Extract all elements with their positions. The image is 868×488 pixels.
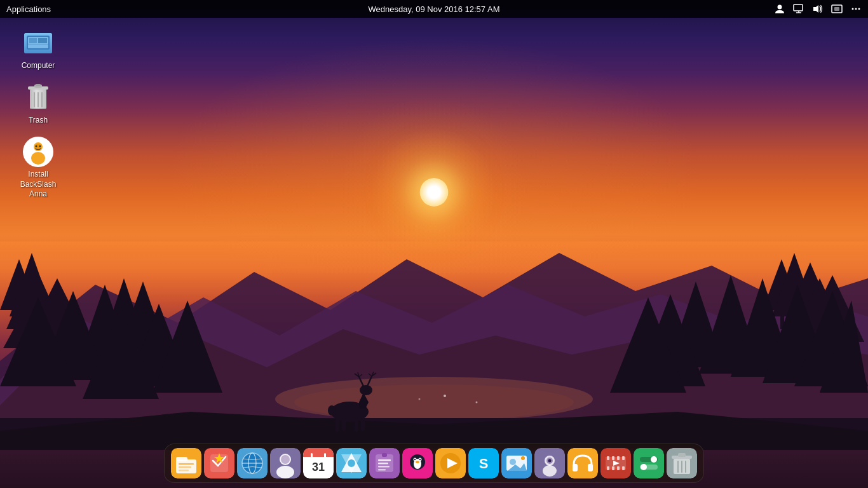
svg-point-89 [36, 146, 37, 147]
dock-notes[interactable] [369, 448, 400, 478]
dock-store[interactable] [402, 448, 433, 478]
svg-rect-160 [617, 456, 620, 460]
svg-rect-125 [378, 466, 390, 468]
svg-point-43 [360, 385, 372, 395]
svg-rect-123 [378, 459, 391, 461]
computer-label: Computer [22, 61, 55, 71]
svg-rect-159 [612, 456, 614, 460]
landscape [0, 183, 868, 450]
svg-rect-55 [361, 418, 365, 431]
svg-point-171 [641, 464, 647, 470]
computer-icon[interactable]: Computer [13, 25, 64, 74]
applications-menu[interactable]: Applications [6, 4, 51, 14]
dock-sketch[interactable] [336, 448, 367, 478]
install-icon-img [23, 137, 53, 167]
svg-rect-126 [378, 469, 386, 471]
svg-point-87 [31, 152, 45, 165]
dock-settings[interactable] [634, 448, 664, 478]
svg-rect-124 [378, 463, 388, 464]
dock-photos[interactable] [501, 448, 532, 478]
dock-facetime[interactable] [534, 448, 565, 478]
svg-rect-54 [355, 418, 358, 432]
svg-point-58 [476, 402, 478, 403]
svg-rect-94 [179, 463, 194, 465]
svg-rect-116 [324, 453, 326, 458]
svg-rect-52 [336, 418, 339, 432]
svg-text:31: 31 [312, 461, 325, 473]
desktop-icons: Computer [13, 25, 64, 202]
svg-point-150 [543, 465, 557, 477]
svg-point-134 [419, 459, 421, 460]
svg-rect-151 [567, 448, 598, 478]
svg-rect-61 [794, 4, 803, 11]
svg-point-90 [39, 146, 41, 147]
dock-contacts[interactable] [270, 448, 301, 478]
svg-rect-93 [176, 457, 187, 461]
panel-datetime: Wednesday, 09 Nov 2016 12:57 AM [369, 4, 500, 14]
install-icon[interactable]: Install BackSlash Anna [13, 134, 64, 202]
trash-label: Trash [29, 116, 48, 126]
svg-point-59 [419, 398, 421, 400]
dock-skype[interactable]: S [468, 448, 499, 478]
dock-headphones[interactable] [567, 448, 598, 478]
svg-marker-64 [813, 5, 818, 13]
trash-icon[interactable]: Trash [13, 80, 64, 128]
svg-rect-113 [303, 454, 334, 457]
svg-point-69 [858, 8, 860, 10]
dock-calendar[interactable]: 31 [303, 448, 334, 478]
volume-icon[interactable] [812, 3, 824, 15]
svg-rect-66 [834, 7, 839, 11]
dock-files[interactable] [171, 448, 201, 478]
svg-point-120 [348, 459, 355, 467]
svg-rect-115 [311, 453, 313, 458]
panel-right [774, 3, 862, 15]
svg-point-145 [521, 456, 525, 460]
svg-point-169 [651, 456, 657, 463]
dock-trash[interactable] [667, 448, 697, 478]
panel-left: Applications [6, 4, 51, 14]
svg-rect-95 [179, 466, 191, 468]
svg-point-56 [328, 405, 336, 416]
dock-browser[interactable] [237, 448, 268, 478]
top-panel: Applications Wednesday, 09 Nov 2016 12:5… [0, 0, 868, 18]
dock: 31 [164, 444, 704, 483]
svg-text:S: S [479, 456, 489, 471]
svg-point-110 [281, 455, 290, 464]
dock-media[interactable] [435, 448, 466, 478]
screen-icon[interactable] [831, 3, 843, 15]
user-icon[interactable] [774, 3, 785, 15]
svg-rect-163 [612, 466, 614, 470]
svg-rect-161 [622, 456, 625, 460]
install-label: Install BackSlash Anna [15, 170, 61, 200]
svg-rect-162 [607, 466, 609, 470]
trash-icon-img [23, 83, 53, 113]
svg-rect-75 [38, 38, 47, 43]
svg-rect-164 [617, 466, 620, 470]
svg-point-149 [548, 459, 552, 463]
svg-rect-167 [634, 448, 664, 478]
svg-point-133 [414, 459, 416, 460]
svg-rect-127 [382, 453, 387, 457]
svg-rect-53 [342, 418, 346, 431]
dock-tasks[interactable] [204, 448, 234, 478]
dock-multimedia[interactable] [600, 448, 631, 478]
svg-rect-158 [607, 456, 609, 460]
svg-rect-153 [588, 464, 593, 471]
panel-menu-icon[interactable] [850, 3, 862, 15]
svg-rect-10 [17, 310, 21, 329]
svg-point-68 [855, 8, 857, 10]
svg-point-135 [416, 461, 419, 463]
svg-rect-96 [179, 470, 189, 471]
svg-point-143 [510, 459, 516, 465]
svg-point-67 [852, 8, 854, 10]
svg-point-57 [444, 395, 446, 397]
svg-rect-174 [678, 453, 686, 457]
computer-icon-img [23, 28, 53, 58]
svg-rect-74 [29, 38, 37, 43]
svg-rect-165 [622, 466, 625, 470]
svg-rect-152 [573, 464, 578, 471]
display-icon[interactable] [793, 3, 804, 15]
svg-rect-79 [36, 84, 41, 86]
svg-point-109 [276, 466, 294, 478]
svg-point-60 [778, 5, 782, 10]
